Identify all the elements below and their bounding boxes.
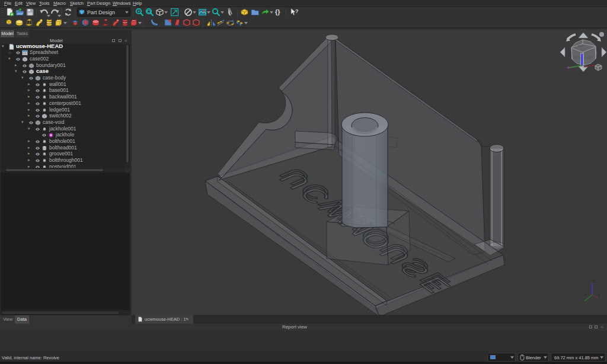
svg-text:?: ?	[295, 8, 299, 14]
svg-text:Y: Y	[584, 293, 587, 297]
svg-text:X: X	[598, 293, 600, 297]
svg-text:Z: Z	[593, 279, 596, 283]
